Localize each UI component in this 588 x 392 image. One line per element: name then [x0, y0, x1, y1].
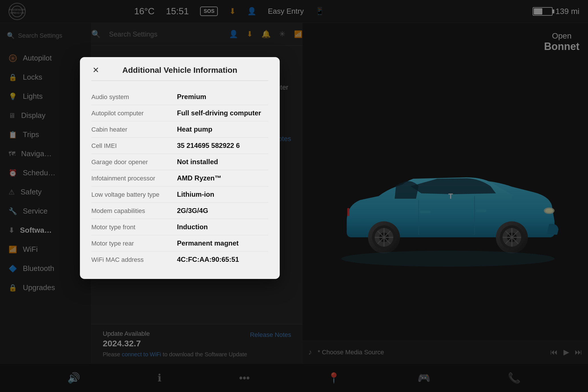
info-value: 4C:FC:AA:90:65:51	[177, 256, 268, 264]
info-label: Infotainment processor	[91, 175, 171, 182]
info-label: Autopilot computer	[91, 110, 171, 117]
modal-header: ✕ Additional Vehicle Information	[91, 66, 268, 81]
info-row: Cell IMEI35 214695 582922 6	[91, 138, 268, 154]
info-value: AMD Ryzen™	[177, 174, 268, 182]
modal-overlay: ✕ Additional Vehicle Information Audio s…	[0, 0, 588, 392]
info-row: Infotainment processorAMD Ryzen™	[91, 170, 268, 186]
info-label: Audio system	[91, 93, 171, 101]
info-label: Motor type rear	[91, 240, 171, 247]
info-value: Induction	[177, 223, 268, 231]
info-value: Lithium-ion	[177, 190, 268, 198]
modal-close-button[interactable]: ✕	[91, 65, 100, 75]
info-row: Audio systemPremium	[91, 89, 268, 105]
info-value: Not installed	[177, 158, 268, 166]
info-value: Full self-driving computer	[177, 109, 268, 117]
info-value: Premium	[177, 93, 268, 101]
info-row: Modem capabilities2G/3G/4G	[91, 203, 268, 219]
info-label: Cell IMEI	[91, 142, 171, 150]
info-label: Cabin heater	[91, 126, 171, 133]
info-label: Garage door opener	[91, 158, 171, 166]
info-label: Low voltage battery type	[91, 191, 171, 198]
modal-body: Audio systemPremiumAutopilot computerFul…	[91, 89, 268, 268]
info-row: Motor type rearPermanent magnet	[91, 235, 268, 252]
info-label: WiFi MAC address	[91, 256, 171, 264]
info-label: Modem capabilities	[91, 207, 171, 215]
info-value: Permanent magnet	[177, 239, 268, 247]
info-value: 2G/3G/4G	[177, 207, 268, 215]
info-label: Motor type front	[91, 224, 171, 231]
info-row: Cabin heaterHeat pump	[91, 121, 268, 138]
vehicle-info-modal: ✕ Additional Vehicle Information Audio s…	[80, 57, 280, 279]
info-row: Autopilot computerFull self-driving comp…	[91, 105, 268, 121]
info-row: Motor type frontInduction	[91, 219, 268, 235]
info-value: Heat pump	[177, 125, 268, 133]
info-row: WiFi MAC address4C:FC:AA:90:65:51	[91, 252, 268, 268]
info-value: 35 214695 582922 6	[177, 142, 268, 150]
info-row: Garage door openerNot installed	[91, 154, 268, 170]
info-row: Low voltage battery typeLithium-ion	[91, 186, 268, 203]
modal-title: Additional Vehicle Information	[122, 66, 237, 75]
